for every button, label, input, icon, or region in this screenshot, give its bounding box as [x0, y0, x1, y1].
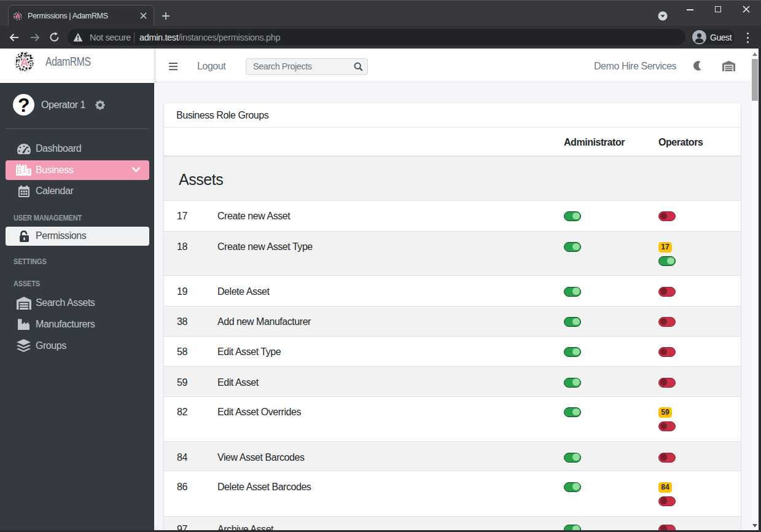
- svg-text:A: A: [15, 12, 20, 20]
- svg-text:A: A: [20, 56, 29, 69]
